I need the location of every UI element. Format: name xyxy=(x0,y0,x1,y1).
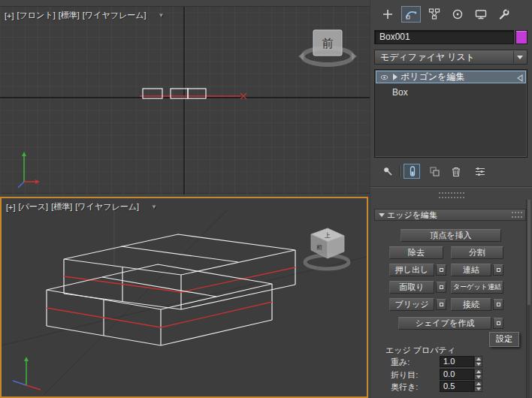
crease-input[interactable]: 0.0 xyxy=(440,369,474,380)
trash-icon xyxy=(449,165,461,177)
viewport-menu-shading[interactable]: [ワイヤフレーム] xyxy=(83,10,147,21)
panel-grip-dots[interactable] xyxy=(439,192,464,194)
depth-spinner[interactable] xyxy=(474,381,482,392)
weight-label: 重み: xyxy=(391,357,410,368)
crease-spinner[interactable] xyxy=(474,369,482,380)
rollout-edit-edges[interactable]: エッジを編集 xyxy=(374,209,526,221)
viewcube-front-face-label[interactable]: 前 xyxy=(322,37,334,50)
tab-utilities[interactable] xyxy=(494,6,514,23)
spinner-down-icon[interactable] xyxy=(474,374,482,380)
configure-modifier-sets-button[interactable] xyxy=(471,164,488,179)
weld-button[interactable]: 連結 xyxy=(451,264,491,276)
panel-grip-dots[interactable] xyxy=(439,197,464,198)
chamfer-settings-button[interactable] xyxy=(436,282,446,293)
settings-tooltip: 設定 xyxy=(489,332,519,347)
weight-row: 重み: 1.0 xyxy=(370,356,532,368)
visibility-icon[interactable] xyxy=(379,73,390,82)
rollout-open-icon xyxy=(379,213,385,217)
modifier-stack[interactable]: ポリゴンを編集 Box xyxy=(374,69,527,158)
settings-icon xyxy=(440,268,443,272)
make-unique-button[interactable] xyxy=(426,164,443,179)
viewport-persp-label-bar: [+] [パース] [標準] [ワイヤフレーム] ▼ xyxy=(6,201,157,213)
connect-settings-button[interactable] xyxy=(493,299,503,310)
remove-modifier-button[interactable] xyxy=(447,164,464,179)
modifier-list-dropdown[interactable]: モディファイヤ リスト xyxy=(374,50,527,65)
motion-icon xyxy=(451,8,464,21)
viewport-menu-arrow-icon[interactable]: ▼ xyxy=(151,204,157,210)
extrude-settings-button[interactable] xyxy=(436,264,446,276)
viewcube-top-face-label[interactable]: 上 xyxy=(324,232,331,239)
command-panel: Box001 モディファイヤ リスト ポリゴンを編集 Bo xyxy=(370,0,532,398)
crease-row: 折り目: 0.0 xyxy=(370,369,532,381)
scrollbar-thumb[interactable] xyxy=(527,200,530,305)
bridge-button[interactable]: ブリッジ xyxy=(389,298,434,311)
viewport-menu-shading[interactable]: [ワイヤフレーム] xyxy=(75,201,139,213)
pin-icon xyxy=(382,165,394,177)
insert-vertex-button[interactable]: 頂点を挿入 xyxy=(401,229,501,242)
target-weld-button[interactable]: ターゲット連結 xyxy=(451,281,503,294)
3dsmax-window: [+] [フロント] [標準] [ワイヤフレーム] ▼ xyxy=(0,0,532,398)
box-front-selected-edges[interactable] xyxy=(47,302,272,327)
box-wireframe-front[interactable] xyxy=(47,264,272,345)
viewport-menu-arrow-icon[interactable]: ▼ xyxy=(159,12,165,19)
depth-row: 奥行き: 0.5 xyxy=(370,381,532,393)
tab-hierarchy[interactable] xyxy=(425,6,444,23)
split-button[interactable]: 分割 xyxy=(451,246,503,259)
depth-label: 奥行き: xyxy=(391,381,418,393)
pin-stack-button[interactable] xyxy=(379,164,396,179)
hierarchy-icon xyxy=(428,8,441,21)
remove-button[interactable]: 除去 xyxy=(389,246,443,259)
viewport-menu-general[interactable]: [+] xyxy=(5,11,14,20)
expand-arrow-icon[interactable] xyxy=(393,74,397,80)
box-wireframe-rear[interactable] xyxy=(64,234,295,309)
show-end-result-button[interactable] xyxy=(404,164,420,179)
stack-item-edit-poly[interactable]: ポリゴンを編集 xyxy=(376,71,526,83)
stack-pin-arrow-icon[interactable] xyxy=(517,74,523,82)
viewport-menu-pov[interactable]: [フロント] xyxy=(17,10,56,21)
viewport-front-label-bar: [+] [フロント] [標準] [ワイヤフレーム] ▼ xyxy=(5,10,164,21)
settings-icon xyxy=(497,303,500,306)
tab-motion[interactable] xyxy=(448,6,467,23)
stack-item-label: ポリゴンを編集 xyxy=(401,71,464,83)
viewcube-front-face-label[interactable]: 前 xyxy=(316,244,322,251)
viewport-menu-standard[interactable]: [標準] xyxy=(59,10,80,21)
create-icon xyxy=(381,8,394,21)
sliders-icon xyxy=(473,165,485,177)
depth-input[interactable]: 0.5 xyxy=(440,381,474,392)
spinner-down-icon[interactable] xyxy=(474,361,482,367)
tab-create[interactable] xyxy=(378,6,397,23)
axis-tripod xyxy=(13,357,41,390)
weld-settings-button[interactable] xyxy=(493,264,503,276)
viewport-menu-general[interactable]: [+] xyxy=(6,203,16,212)
box-rear-selected-edges[interactable] xyxy=(64,267,295,292)
object-color-swatch[interactable] xyxy=(515,30,527,44)
extrude-button[interactable]: 押し出し xyxy=(389,264,434,276)
utilities-wrench-icon xyxy=(497,8,511,21)
panel-divider xyxy=(370,186,532,187)
chamfer-button[interactable]: 面取り xyxy=(389,281,434,294)
connect-button[interactable]: 接続 xyxy=(451,298,491,311)
settings-icon xyxy=(497,321,500,325)
viewport-perspective[interactable]: [+] [パース] [標準] [ワイヤフレーム] ▼ xyxy=(0,197,368,398)
bridge-settings-button[interactable] xyxy=(436,299,446,310)
modify-icon xyxy=(404,8,418,21)
edge-properties-title: エッジ プロパティ xyxy=(385,345,455,356)
modifier-list-label: モディファイヤ リスト xyxy=(380,52,475,62)
stack-item-box[interactable]: Box xyxy=(392,87,408,98)
tab-display[interactable] xyxy=(471,6,491,23)
weight-input[interactable]: 1.0 xyxy=(440,356,474,367)
viewport-menu-pov[interactable]: [パース] xyxy=(19,201,49,213)
weight-spinner[interactable] xyxy=(474,356,482,367)
create-shape-button[interactable]: シェイプを作成 xyxy=(398,317,491,330)
viewport-front[interactable]: [+] [フロント] [標準] [ワイヤフレーム] ▼ xyxy=(0,6,370,194)
create-shape-settings-button[interactable] xyxy=(493,318,503,329)
dropdown-arrow-icon[interactable] xyxy=(513,51,526,63)
panel-scrollbar[interactable] xyxy=(526,200,530,398)
settings-icon xyxy=(497,268,500,272)
viewport-menu-standard[interactable]: [標準] xyxy=(51,201,72,213)
tab-modify[interactable] xyxy=(401,6,421,23)
toolbar-separator xyxy=(399,165,400,177)
spinner-down-icon[interactable] xyxy=(474,386,482,392)
object-name-field[interactable]: Box001 xyxy=(374,30,514,44)
make-unique-icon xyxy=(428,165,440,177)
